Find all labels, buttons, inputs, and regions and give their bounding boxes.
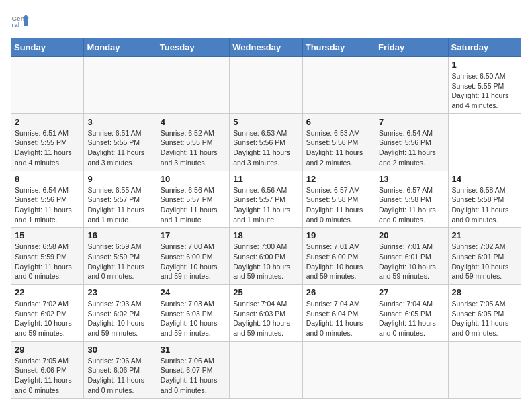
- day-cell: 31Sunrise: 7:06 AMSunset: 6:07 PMDayligh…: [157, 341, 229, 398]
- calendar-week-row: 22Sunrise: 7:02 AMSunset: 6:02 PMDayligh…: [11, 285, 521, 342]
- day-number: 12: [306, 174, 371, 184]
- day-number: 26: [306, 287, 371, 298]
- day-info: Sunrise: 7:01 AMSunset: 6:01 PMDaylight:…: [379, 242, 444, 281]
- day-info: Sunrise: 6:53 AMSunset: 5:56 PMDaylight:…: [306, 128, 371, 168]
- day-cell: 16Sunrise: 6:59 AMSunset: 5:59 PMDayligh…: [84, 228, 157, 285]
- logo-icon: Gene ral: [11, 11, 30, 30]
- day-info: Sunrise: 6:51 AMSunset: 5:55 PMDaylight:…: [87, 128, 152, 168]
- day-number: 11: [233, 174, 298, 184]
- day-number: 10: [161, 174, 226, 184]
- empty-day-cell: [302, 57, 375, 114]
- day-cell: 18Sunrise: 7:00 AMSunset: 6:00 PMDayligh…: [230, 228, 302, 285]
- day-info: Sunrise: 7:03 AMSunset: 6:02 PMDaylight:…: [87, 299, 152, 338]
- day-info: Sunrise: 7:01 AMSunset: 6:00 PMDaylight:…: [306, 242, 371, 281]
- empty-day-cell: [157, 57, 229, 114]
- day-cell: 29Sunrise: 7:05 AMSunset: 6:06 PMDayligh…: [11, 341, 84, 398]
- svg-text:ral: ral: [11, 21, 19, 28]
- day-number: 7: [379, 117, 444, 127]
- empty-day-cell: [448, 341, 521, 398]
- day-cell: 12Sunrise: 6:57 AMSunset: 5:58 PMDayligh…: [302, 171, 375, 228]
- day-info: Sunrise: 7:00 AMSunset: 6:00 PMDaylight:…: [233, 242, 298, 281]
- day-cell: 15Sunrise: 6:58 AMSunset: 5:59 PMDayligh…: [11, 228, 84, 285]
- column-header-wednesday: Wednesday: [230, 38, 302, 57]
- calendar-header-row: SundayMondayTuesdayWednesdayThursdayFrid…: [11, 38, 521, 57]
- day-cell: 6Sunrise: 6:53 AMSunset: 5:56 PMDaylight…: [302, 113, 375, 171]
- day-number: 6: [306, 117, 371, 127]
- day-info: Sunrise: 6:56 AMSunset: 5:57 PMDaylight:…: [161, 185, 226, 225]
- empty-day-cell: [375, 57, 448, 114]
- day-cell: 19Sunrise: 7:01 AMSunset: 6:00 PMDayligh…: [302, 228, 375, 285]
- day-cell: 23Sunrise: 7:03 AMSunset: 6:02 PMDayligh…: [84, 285, 157, 342]
- day-cell: 3Sunrise: 6:51 AMSunset: 5:55 PMDaylight…: [84, 113, 157, 171]
- day-cell: 28Sunrise: 7:05 AMSunset: 6:05 PMDayligh…: [448, 285, 521, 342]
- day-info: Sunrise: 7:06 AMSunset: 6:07 PMDaylight:…: [161, 356, 226, 396]
- day-number: 9: [87, 174, 152, 184]
- day-number: 22: [15, 287, 80, 298]
- day-cell: 24Sunrise: 7:03 AMSunset: 6:03 PMDayligh…: [157, 285, 229, 342]
- day-cell: 1Sunrise: 6:50 AMSunset: 5:55 PMDaylight…: [448, 57, 521, 114]
- empty-day-cell: [11, 57, 84, 114]
- day-info: Sunrise: 7:00 AMSunset: 6:00 PMDaylight:…: [161, 242, 226, 281]
- day-cell: 10Sunrise: 6:56 AMSunset: 5:57 PMDayligh…: [157, 171, 229, 228]
- day-number: 15: [15, 230, 80, 240]
- column-header-friday: Friday: [375, 38, 448, 57]
- day-cell: 25Sunrise: 7:04 AMSunset: 6:03 PMDayligh…: [230, 285, 302, 342]
- column-header-tuesday: Tuesday: [157, 38, 229, 57]
- day-info: Sunrise: 6:58 AMSunset: 5:59 PMDaylight:…: [15, 242, 80, 281]
- column-header-monday: Monday: [84, 38, 157, 57]
- day-number: 23: [87, 287, 152, 298]
- day-number: 3: [87, 117, 152, 127]
- day-number: 20: [379, 230, 444, 240]
- day-number: 1: [452, 60, 517, 70]
- day-cell: 30Sunrise: 7:06 AMSunset: 6:06 PMDayligh…: [84, 341, 157, 398]
- empty-day-cell: [375, 341, 448, 398]
- day-cell: 27Sunrise: 7:04 AMSunset: 6:05 PMDayligh…: [375, 285, 448, 342]
- day-cell: 17Sunrise: 7:00 AMSunset: 6:00 PMDayligh…: [157, 228, 229, 285]
- day-info: Sunrise: 6:57 AMSunset: 5:58 PMDaylight:…: [379, 185, 444, 225]
- day-info: Sunrise: 6:50 AMSunset: 5:55 PMDaylight:…: [452, 71, 517, 111]
- day-number: 5: [233, 117, 298, 127]
- day-info: Sunrise: 6:51 AMSunset: 5:55 PMDaylight:…: [15, 128, 80, 168]
- day-number: 27: [379, 287, 444, 298]
- day-info: Sunrise: 7:05 AMSunset: 6:05 PMDaylight:…: [452, 299, 517, 338]
- day-info: Sunrise: 6:54 AMSunset: 5:56 PMDaylight:…: [15, 185, 80, 225]
- day-info: Sunrise: 7:06 AMSunset: 6:06 PMDaylight:…: [87, 356, 152, 396]
- day-info: Sunrise: 6:55 AMSunset: 5:57 PMDaylight:…: [87, 185, 152, 225]
- day-cell: 9Sunrise: 6:55 AMSunset: 5:57 PMDaylight…: [84, 171, 157, 228]
- column-header-thursday: Thursday: [302, 38, 375, 57]
- day-cell: 21Sunrise: 7:02 AMSunset: 6:01 PMDayligh…: [448, 228, 521, 285]
- day-number: 16: [87, 230, 152, 240]
- day-number: 31: [161, 345, 226, 355]
- day-info: Sunrise: 7:02 AMSunset: 6:01 PMDaylight:…: [452, 242, 517, 281]
- day-info: Sunrise: 6:53 AMSunset: 5:56 PMDaylight:…: [233, 128, 298, 168]
- day-number: 25: [233, 287, 298, 298]
- day-cell: 7Sunrise: 6:54 AMSunset: 5:56 PMDaylight…: [375, 113, 448, 171]
- day-cell: 5Sunrise: 6:53 AMSunset: 5:56 PMDaylight…: [230, 113, 302, 171]
- day-number: 17: [161, 230, 226, 240]
- day-cell: 11Sunrise: 6:56 AMSunset: 5:57 PMDayligh…: [230, 171, 302, 228]
- day-info: Sunrise: 7:04 AMSunset: 6:03 PMDaylight:…: [233, 299, 298, 338]
- day-cell: 13Sunrise: 6:57 AMSunset: 5:58 PMDayligh…: [375, 171, 448, 228]
- day-info: Sunrise: 6:58 AMSunset: 5:58 PMDaylight:…: [452, 185, 517, 225]
- day-number: 30: [87, 345, 152, 355]
- day-number: 4: [161, 117, 226, 127]
- day-cell: 22Sunrise: 7:02 AMSunset: 6:02 PMDayligh…: [11, 285, 84, 342]
- day-cell: 14Sunrise: 6:58 AMSunset: 5:58 PMDayligh…: [448, 171, 521, 228]
- empty-day-cell: [230, 341, 302, 398]
- day-cell: 26Sunrise: 7:04 AMSunset: 6:04 PMDayligh…: [302, 285, 375, 342]
- day-number: 18: [233, 230, 298, 240]
- day-number: 24: [161, 287, 226, 298]
- day-info: Sunrise: 6:57 AMSunset: 5:58 PMDaylight:…: [306, 185, 371, 225]
- day-cell: 8Sunrise: 6:54 AMSunset: 5:56 PMDaylight…: [11, 171, 84, 228]
- day-info: Sunrise: 7:03 AMSunset: 6:03 PMDaylight:…: [161, 299, 226, 338]
- day-info: Sunrise: 7:04 AMSunset: 6:04 PMDaylight:…: [306, 299, 371, 338]
- day-number: 28: [452, 287, 517, 298]
- day-info: Sunrise: 6:52 AMSunset: 5:55 PMDaylight:…: [161, 128, 226, 168]
- day-number: 19: [306, 230, 371, 240]
- calendar-table: SundayMondayTuesdayWednesdayThursdayFrid…: [11, 38, 521, 399]
- day-number: 13: [379, 174, 444, 184]
- calendar-week-row: 1Sunrise: 6:50 AMSunset: 5:55 PMDaylight…: [11, 57, 521, 114]
- day-cell: 2Sunrise: 6:51 AMSunset: 5:55 PMDaylight…: [11, 113, 84, 171]
- calendar-week-row: 2Sunrise: 6:51 AMSunset: 5:55 PMDaylight…: [11, 113, 521, 171]
- column-header-sunday: Sunday: [11, 38, 84, 57]
